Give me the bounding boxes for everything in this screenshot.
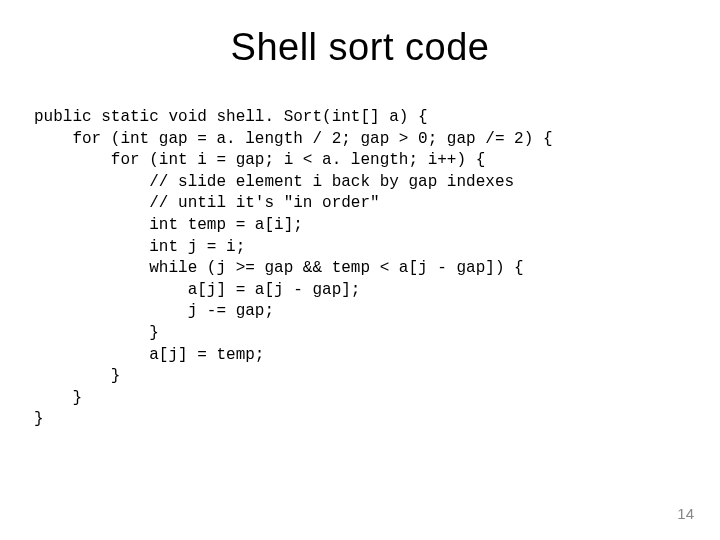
code-line: // until it's "in order" — [34, 194, 380, 212]
code-line: } — [34, 324, 159, 342]
code-line: while (j >= gap && temp < a[j - gap]) { — [34, 259, 524, 277]
code-line: a[j] = temp; — [34, 346, 264, 364]
code-line: j -= gap; — [34, 302, 274, 320]
code-line: // slide element i back by gap indexes — [34, 173, 514, 191]
code-line: for (int gap = a. length / 2; gap > 0; g… — [34, 130, 552, 148]
code-line: } — [34, 367, 120, 385]
code-line: int j = i; — [34, 238, 245, 256]
page-title: Shell sort code — [0, 0, 720, 69]
code-line: } — [34, 389, 82, 407]
code-line: a[j] = a[j - gap]; — [34, 281, 360, 299]
page-number: 14 — [677, 505, 694, 522]
code-line: for (int i = gap; i < a. length; i++) { — [34, 151, 485, 169]
slide: Shell sort code public static void shell… — [0, 0, 720, 540]
code-line: int temp = a[i]; — [34, 216, 303, 234]
code-line: } — [34, 410, 44, 428]
code-block: public static void shell. Sort(int[] a) … — [34, 107, 720, 431]
code-line: public static void shell. Sort(int[] a) … — [34, 108, 428, 126]
